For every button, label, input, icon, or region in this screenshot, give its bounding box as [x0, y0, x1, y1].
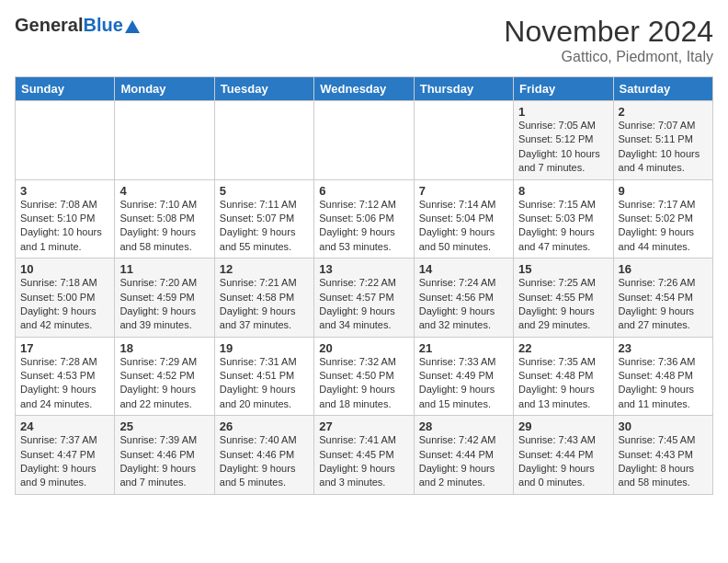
calendar-week-2: 3Sunrise: 7:08 AM Sunset: 5:10 PM Daylig…	[16, 179, 713, 259]
day-number: 7	[419, 184, 508, 198]
day-number: 10	[20, 262, 109, 276]
day-info: Sunrise: 7:15 AM Sunset: 5:03 PM Dayligh…	[518, 198, 608, 255]
col-monday: Monday	[115, 77, 214, 101]
day-number: 1	[518, 105, 608, 119]
day-number: 11	[119, 262, 209, 276]
calendar-cell-w1-d7: 2Sunrise: 7:07 AM Sunset: 5:11 PM Daylig…	[613, 101, 712, 180]
day-info: Sunrise: 7:45 AM Sunset: 4:43 PM Dayligh…	[619, 433, 708, 490]
day-info: Sunrise: 7:24 AM Sunset: 4:56 PM Dayligh…	[419, 276, 508, 333]
day-info: Sunrise: 7:41 AM Sunset: 4:45 PM Dayligh…	[319, 433, 408, 490]
day-info: Sunrise: 7:08 AM Sunset: 5:10 PM Dayligh…	[20, 198, 109, 255]
day-number: 12	[220, 262, 309, 276]
calendar-cell-w3-d1: 10Sunrise: 7:18 AM Sunset: 5:00 PM Dayli…	[16, 259, 115, 338]
day-number: 2	[619, 105, 708, 119]
page-header: GeneralBlue November 2024 Gattico, Piedm…	[15, 15, 713, 65]
calendar-cell-w3-d5: 14Sunrise: 7:24 AM Sunset: 4:56 PM Dayli…	[414, 259, 513, 338]
calendar-cell-w2-d4: 6Sunrise: 7:12 AM Sunset: 5:06 PM Daylig…	[314, 179, 414, 259]
calendar-week-1: 1Sunrise: 7:05 AM Sunset: 5:12 PM Daylig…	[16, 101, 713, 180]
day-info: Sunrise: 7:05 AM Sunset: 5:12 PM Dayligh…	[518, 119, 608, 176]
month-title: November 2024	[504, 15, 713, 49]
day-info: Sunrise: 7:39 AM Sunset: 4:46 PM Dayligh…	[119, 433, 209, 490]
logo: GeneralBlue	[15, 15, 140, 36]
day-info: Sunrise: 7:20 AM Sunset: 4:59 PM Dayligh…	[119, 276, 209, 333]
calendar-cell-w4-d7: 23Sunrise: 7:36 AM Sunset: 4:48 PM Dayli…	[613, 337, 712, 416]
calendar-cell-w3-d3: 12Sunrise: 7:21 AM Sunset: 4:58 PM Dayli…	[214, 259, 313, 338]
day-info: Sunrise: 7:11 AM Sunset: 5:07 PM Dayligh…	[220, 198, 309, 255]
calendar-cell-w1-d6: 1Sunrise: 7:05 AM Sunset: 5:12 PM Daylig…	[514, 101, 613, 180]
day-number: 21	[419, 341, 508, 355]
calendar-week-5: 24Sunrise: 7:37 AM Sunset: 4:47 PM Dayli…	[16, 416, 713, 495]
day-info: Sunrise: 7:35 AM Sunset: 4:48 PM Dayligh…	[518, 355, 608, 412]
calendar-week-3: 10Sunrise: 7:18 AM Sunset: 5:00 PM Dayli…	[16, 259, 713, 338]
calendar-cell-w5-d4: 27Sunrise: 7:41 AM Sunset: 4:45 PM Dayli…	[314, 416, 414, 495]
day-info: Sunrise: 7:25 AM Sunset: 4:55 PM Dayligh…	[518, 276, 608, 333]
day-number: 24	[20, 419, 109, 433]
day-info: Sunrise: 7:18 AM Sunset: 5:00 PM Dayligh…	[20, 276, 109, 333]
col-saturday: Saturday	[613, 77, 712, 101]
day-info: Sunrise: 7:33 AM Sunset: 4:49 PM Dayligh…	[419, 355, 508, 412]
day-info: Sunrise: 7:36 AM Sunset: 4:48 PM Dayligh…	[619, 355, 708, 412]
calendar-cell-w2-d1: 3Sunrise: 7:08 AM Sunset: 5:10 PM Daylig…	[16, 179, 115, 259]
calendar-table: Sunday Monday Tuesday Wednesday Thursday…	[15, 76, 713, 495]
calendar-cell-w1-d1	[16, 101, 115, 180]
calendar-cell-w4-d4: 20Sunrise: 7:32 AM Sunset: 4:50 PM Dayli…	[314, 337, 414, 416]
calendar-cell-w2-d7: 9Sunrise: 7:17 AM Sunset: 5:02 PM Daylig…	[613, 179, 712, 259]
day-info: Sunrise: 7:07 AM Sunset: 5:11 PM Dayligh…	[619, 119, 708, 176]
calendar-cell-w5-d3: 26Sunrise: 7:40 AM Sunset: 4:46 PM Dayli…	[214, 416, 313, 495]
day-number: 4	[119, 184, 209, 198]
calendar-cell-w4-d2: 18Sunrise: 7:29 AM Sunset: 4:52 PM Dayli…	[115, 337, 214, 416]
day-number: 26	[220, 419, 309, 433]
day-info: Sunrise: 7:12 AM Sunset: 5:06 PM Dayligh…	[319, 198, 408, 255]
day-number: 14	[419, 262, 508, 276]
calendar-cell-w4-d3: 19Sunrise: 7:31 AM Sunset: 4:51 PM Dayli…	[214, 337, 313, 416]
calendar-cell-w3-d7: 16Sunrise: 7:26 AM Sunset: 4:54 PM Dayli…	[613, 259, 712, 338]
calendar-header-row: Sunday Monday Tuesday Wednesday Thursday…	[16, 77, 713, 101]
calendar-cell-w5-d7: 30Sunrise: 7:45 AM Sunset: 4:43 PM Dayli…	[613, 416, 712, 495]
calendar-cell-w3-d2: 11Sunrise: 7:20 AM Sunset: 4:59 PM Dayli…	[115, 259, 214, 338]
logo-triangle-icon	[125, 20, 140, 33]
day-info: Sunrise: 7:32 AM Sunset: 4:50 PM Dayligh…	[319, 355, 408, 412]
calendar-cell-w5-d6: 29Sunrise: 7:43 AM Sunset: 4:44 PM Dayli…	[514, 416, 613, 495]
day-info: Sunrise: 7:22 AM Sunset: 4:57 PM Dayligh…	[319, 276, 408, 333]
day-number: 22	[518, 341, 608, 355]
day-number: 16	[619, 262, 708, 276]
calendar-cell-w1-d4	[314, 101, 414, 180]
col-friday: Friday	[514, 77, 613, 101]
col-sunday: Sunday	[16, 77, 115, 101]
calendar-cell-w4-d6: 22Sunrise: 7:35 AM Sunset: 4:48 PM Dayli…	[514, 337, 613, 416]
calendar-cell-w3-d4: 13Sunrise: 7:22 AM Sunset: 4:57 PM Dayli…	[314, 259, 414, 338]
day-number: 18	[119, 341, 209, 355]
calendar-cell-w4-d1: 17Sunrise: 7:28 AM Sunset: 4:53 PM Dayli…	[16, 337, 115, 416]
day-number: 23	[619, 341, 708, 355]
calendar-cell-w1-d3	[214, 101, 313, 180]
day-number: 6	[319, 184, 408, 198]
title-block: November 2024 Gattico, Piedmont, Italy	[504, 15, 713, 65]
day-info: Sunrise: 7:31 AM Sunset: 4:51 PM Dayligh…	[220, 355, 309, 412]
calendar-cell-w1-d2	[115, 101, 214, 180]
day-info: Sunrise: 7:26 AM Sunset: 4:54 PM Dayligh…	[619, 276, 708, 333]
day-info: Sunrise: 7:17 AM Sunset: 5:02 PM Dayligh…	[619, 198, 708, 255]
day-info: Sunrise: 7:40 AM Sunset: 4:46 PM Dayligh…	[220, 433, 309, 490]
day-number: 30	[619, 419, 708, 433]
logo-general-text: General	[15, 15, 83, 36]
day-number: 9	[619, 184, 708, 198]
calendar-cell-w2-d2: 4Sunrise: 7:10 AM Sunset: 5:08 PM Daylig…	[115, 179, 214, 259]
logo-blue-text: Blue	[83, 15, 122, 36]
calendar-cell-w3-d6: 15Sunrise: 7:25 AM Sunset: 4:55 PM Dayli…	[514, 259, 613, 338]
day-info: Sunrise: 7:37 AM Sunset: 4:47 PM Dayligh…	[20, 433, 109, 490]
day-number: 5	[220, 184, 309, 198]
day-info: Sunrise: 7:42 AM Sunset: 4:44 PM Dayligh…	[419, 433, 508, 490]
day-number: 25	[119, 419, 209, 433]
col-tuesday: Tuesday	[214, 77, 313, 101]
calendar-body: 1Sunrise: 7:05 AM Sunset: 5:12 PM Daylig…	[16, 101, 713, 495]
day-number: 3	[20, 184, 109, 198]
calendar-cell-w2-d3: 5Sunrise: 7:11 AM Sunset: 5:07 PM Daylig…	[214, 179, 313, 259]
calendar-cell-w5-d5: 28Sunrise: 7:42 AM Sunset: 4:44 PM Dayli…	[414, 416, 513, 495]
calendar-cell-w2-d5: 7Sunrise: 7:14 AM Sunset: 5:04 PM Daylig…	[414, 179, 513, 259]
col-wednesday: Wednesday	[314, 77, 414, 101]
day-number: 19	[220, 341, 309, 355]
day-number: 15	[518, 262, 608, 276]
day-number: 13	[319, 262, 408, 276]
calendar-cell-w4-d5: 21Sunrise: 7:33 AM Sunset: 4:49 PM Dayli…	[414, 337, 513, 416]
calendar-cell-w5-d2: 25Sunrise: 7:39 AM Sunset: 4:46 PM Dayli…	[115, 416, 214, 495]
